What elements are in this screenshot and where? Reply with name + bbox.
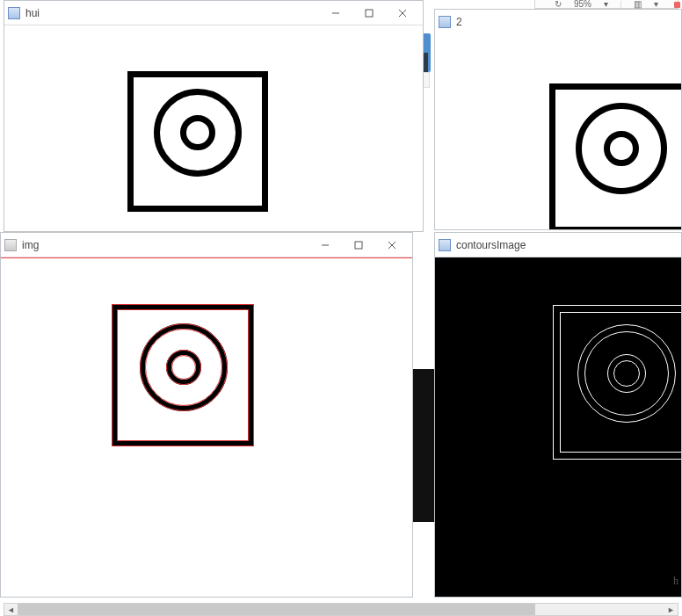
- window-title: 2: [456, 16, 678, 28]
- layout-icon[interactable]: ▥: [634, 0, 642, 9]
- window-title: img: [22, 239, 308, 251]
- refresh-icon[interactable]: ↻: [555, 0, 562, 9]
- chevron-down-icon[interactable]: ▾: [654, 0, 658, 9]
- minimize-icon: [321, 241, 330, 250]
- maximize-icon: [354, 241, 363, 250]
- window-hui: hui: [4, 0, 424, 232]
- image-canvas: [4, 25, 423, 231]
- minimize-icon: [331, 9, 340, 18]
- window-title: contoursImage: [456, 239, 678, 251]
- svg-rect-1: [366, 10, 373, 17]
- app-icon: [8, 7, 20, 19]
- image-canvas: [435, 34, 681, 229]
- close-button[interactable]: [375, 233, 409, 257]
- app-icon: [439, 16, 451, 28]
- image-canvas: [1, 257, 412, 597]
- toolbar-fragment: ↻ 95% ▾ ▥ ▾: [534, 0, 678, 9]
- titlebar[interactable]: img: [1, 233, 412, 257]
- horizontal-scrollbar[interactable]: ◄ ►: [4, 603, 678, 616]
- titlebar[interactable]: contoursImage: [435, 233, 681, 257]
- minimize-button[interactable]: [308, 233, 342, 257]
- titlebar[interactable]: 2: [435, 10, 681, 34]
- window-2: 2: [434, 9, 682, 230]
- maximize-icon: [365, 9, 374, 18]
- close-button[interactable]: [386, 1, 419, 25]
- close-fragment-icon: [674, 2, 680, 8]
- scroll-right-arrow-icon[interactable]: ►: [664, 604, 678, 615]
- window-img: img: [0, 232, 413, 598]
- app-icon: [439, 239, 451, 251]
- minimize-button[interactable]: [319, 1, 352, 25]
- scrollbar-track[interactable]: [18, 604, 664, 615]
- corner-letter: h: [673, 575, 678, 588]
- scrollbar-thumb[interactable]: [18, 604, 535, 615]
- window-title: hui: [25, 7, 319, 19]
- maximize-button[interactable]: [342, 233, 375, 257]
- svg-rect-5: [355, 242, 362, 249]
- maximize-button[interactable]: [352, 1, 386, 25]
- app-icon: [4, 239, 17, 251]
- close-icon: [398, 9, 407, 18]
- close-icon: [388, 241, 396, 250]
- background-fragment: [413, 369, 434, 522]
- zoom-level: 95%: [574, 0, 591, 9]
- titlebar[interactable]: hui: [4, 1, 423, 25]
- scroll-left-arrow-icon[interactable]: ◄: [4, 604, 18, 615]
- background-fragment: [423, 72, 430, 88]
- separator: [620, 1, 621, 8]
- window-contours: contoursImage: [434, 232, 682, 598]
- image-canvas: [435, 257, 681, 597]
- dropdown-icon[interactable]: ▾: [604, 0, 608, 9]
